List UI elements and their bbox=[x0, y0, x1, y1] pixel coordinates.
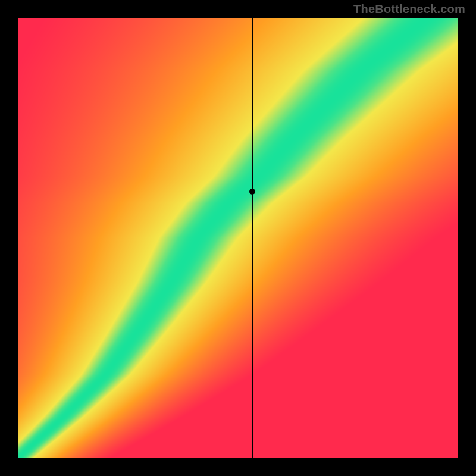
crosshair-vertical bbox=[252, 18, 253, 458]
plot-area bbox=[18, 18, 458, 458]
crosshair-horizontal bbox=[18, 192, 458, 192]
watermark-text: TheBottleneck.com bbox=[353, 2, 465, 16]
heatmap-canvas bbox=[18, 18, 458, 458]
chart-frame: TheBottleneck.com bbox=[0, 0, 476, 476]
